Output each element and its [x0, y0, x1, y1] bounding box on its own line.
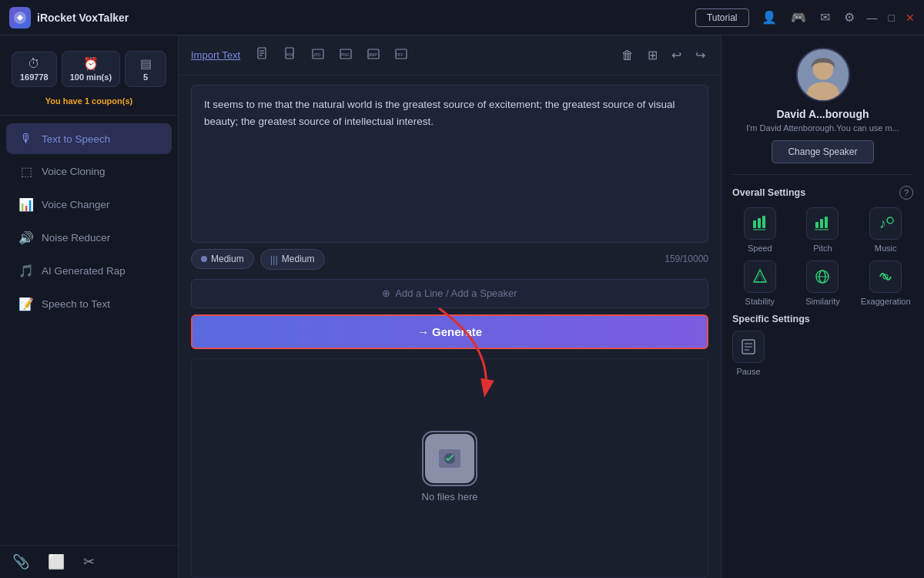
speaker-description: I'm David Attenborough.You can use m... — [746, 123, 899, 133]
svg-rect-15 — [439, 449, 460, 468]
nav-voice-changer[interactable]: 📊 Voice Changer — [6, 189, 172, 220]
ai-rap-icon: 🎵 — [18, 264, 34, 278]
svg-rect-25 — [825, 217, 828, 228]
specific-settings-title: Specific Settings — [732, 314, 913, 324]
tutorial-button[interactable]: Tutorial — [695, 8, 749, 27]
generate-button[interactable]: → Generate — [191, 314, 708, 349]
speaker-name: David A...borough — [776, 108, 869, 120]
svg-text:PNG: PNG — [341, 52, 350, 57]
setting-similarity[interactable]: Similarity — [795, 260, 851, 306]
characters-icon: ⏱ — [28, 57, 40, 71]
stat-count: ▤ 5 — [125, 51, 166, 87]
jpg-icon-btn[interactable]: JPG — [308, 43, 330, 68]
nav-ai-generated-rap[interactable]: 🎵 AI Generated Rap — [6, 255, 172, 287]
pause-icon — [732, 331, 765, 363]
close-button[interactable]: ✕ — [906, 12, 915, 24]
text-to-speech-icon: 🎙 — [18, 132, 34, 146]
gamepad-icon[interactable]: 🎮 — [791, 10, 806, 25]
overall-settings-title: Overall Settings — [732, 187, 805, 198]
nav-speech-to-text[interactable]: 📝 Speech to Text — [6, 288, 172, 320]
app-logo — [9, 7, 31, 29]
setting-speed[interactable]: Speed — [732, 207, 788, 253]
characters-value: 169778 — [20, 72, 49, 82]
minimize-button[interactable]: — — [867, 12, 878, 24]
music-setting-label: Music — [875, 244, 897, 253]
setting-stability[interactable]: Stability — [732, 260, 788, 306]
main-layout: ⏱ 169778 ⏰ 100 min(s) ▤ 5 You have 1 cou… — [0, 35, 924, 578]
add-line-bar[interactable]: ⊕ Add a Line / Add a Speaker — [191, 279, 708, 308]
editor-area: Medium ||| Medium 159/10000 — [179, 76, 721, 279]
speaker-avatar — [796, 48, 850, 102]
undo-icon-btn[interactable]: ↩ — [668, 45, 685, 66]
bmp-icon-btn[interactable]: BMP — [363, 43, 385, 68]
tiff-icon-btn[interactable]: TIFF — [391, 43, 413, 68]
speed-badge[interactable]: Medium — [191, 249, 254, 269]
maximize-button[interactable]: □ — [889, 12, 895, 24]
change-speaker-button[interactable]: Change Speaker — [772, 140, 873, 163]
speed-icon — [744, 207, 776, 240]
stat-minutes: ⏰ 100 min(s) — [62, 51, 120, 87]
cut-icon[interactable]: ✂ — [83, 553, 95, 570]
svg-point-16 — [444, 453, 455, 464]
nav-ai-rap-label: AI Generated Rap — [42, 265, 126, 277]
grid-icon-btn[interactable]: ⊞ — [644, 45, 661, 66]
nav-text-to-speech[interactable]: 🎙 Text to Speech — [6, 123, 172, 154]
setting-exaggeration[interactable]: Exaggeration — [858, 260, 913, 306]
pause-setting-label: Pause — [736, 367, 760, 376]
png-icon-btn[interactable]: PNG — [336, 43, 357, 68]
plus-circle-icon: ⊕ — [382, 287, 390, 299]
sidebar-nav: 🎙 Text to Speech ⬚ Voice Cloning 📊 Voice… — [0, 117, 178, 545]
sidebar-stats: ⏱ 169778 ⏰ 100 min(s) ▤ 5 — [0, 45, 178, 92]
nav-noise-reducer[interactable]: 🔊 Noise Reducer — [6, 222, 172, 254]
speed-label: Medium — [211, 254, 244, 264]
similarity-icon — [806, 260, 839, 293]
svg-text:BMP: BMP — [369, 52, 378, 57]
svg-rect-24 — [820, 219, 823, 228]
overall-settings-header: Overall Settings ? — [732, 186, 913, 200]
clipboard-icon[interactable]: ⬜ — [48, 553, 65, 570]
stat-characters: ⏱ 169778 — [12, 52, 57, 87]
pitch-setting-label: Pitch — [813, 244, 832, 253]
sidebar-bottom: 📎 ⬜ ✂ — [0, 545, 178, 578]
pdf-icon-btn[interactable]: PDF — [280, 43, 302, 68]
titlebar: iRocket VoxTalker Tutorial 👤 🎮 ✉ ⚙ — □ ✕ — [0, 0, 924, 35]
generate-area: → Generate — [179, 314, 721, 358]
settings-icon[interactable]: ⚙ — [844, 10, 855, 25]
text-editor[interactable] — [191, 85, 708, 243]
exaggeration-icon — [869, 260, 902, 293]
minutes-value: 100 min(s) — [70, 72, 112, 82]
pitch-icon — [806, 207, 839, 240]
mail-icon[interactable]: ✉ — [820, 10, 830, 25]
window-controls: — □ ✕ — [867, 12, 915, 24]
voice-cloning-icon: ⬚ — [18, 164, 34, 179]
svg-text:PDF: PDF — [286, 52, 294, 57]
add-line-label: Add a Line / Add a Speaker — [395, 287, 517, 299]
help-icon[interactable]: ? — [899, 186, 913, 200]
nav-speech-to-text-label: Speech to Text — [42, 298, 110, 310]
exaggeration-setting-label: Exaggeration — [861, 297, 911, 306]
speed-setting-label: Speed — [748, 244, 772, 253]
attach-icon[interactable]: 📎 — [12, 553, 29, 570]
count-value: 5 — [143, 72, 148, 82]
voice-changer-icon: 📊 — [18, 197, 34, 212]
redo-icon-btn[interactable]: ↪ — [692, 45, 708, 66]
settings-grid: Speed Pitch ♪ — [732, 207, 913, 306]
no-files-icon — [425, 434, 474, 483]
nav-voice-cloning[interactable]: ⬚ Voice Cloning — [6, 156, 172, 187]
content-area: Import Text PDF JPG PNG BMP TIFF 🗑 ⊞ — [179, 35, 721, 578]
specific-settings: Specific Settings Pause — [732, 314, 913, 376]
setting-pause[interactable]: Pause — [732, 331, 765, 376]
delete-icon-btn[interactable]: 🗑 — [618, 45, 637, 66]
setting-music[interactable]: ♪ Music — [858, 207, 913, 253]
sidebar: ⏱ 169778 ⏰ 100 min(s) ▤ 5 You have 1 cou… — [0, 35, 179, 578]
person-icon[interactable]: 👤 — [762, 10, 777, 25]
doc-icon-btn[interactable] — [253, 43, 274, 68]
pitch-badge[interactable]: ||| Medium — [260, 249, 325, 270]
import-text-link[interactable]: Import Text — [191, 49, 240, 61]
svg-rect-20 — [753, 220, 756, 228]
svg-point-27 — [887, 217, 893, 223]
setting-pitch[interactable]: Pitch — [795, 207, 851, 253]
svg-rect-23 — [815, 222, 819, 228]
svg-text:TIFF: TIFF — [396, 53, 403, 57]
svg-text:♪: ♪ — [879, 216, 886, 231]
